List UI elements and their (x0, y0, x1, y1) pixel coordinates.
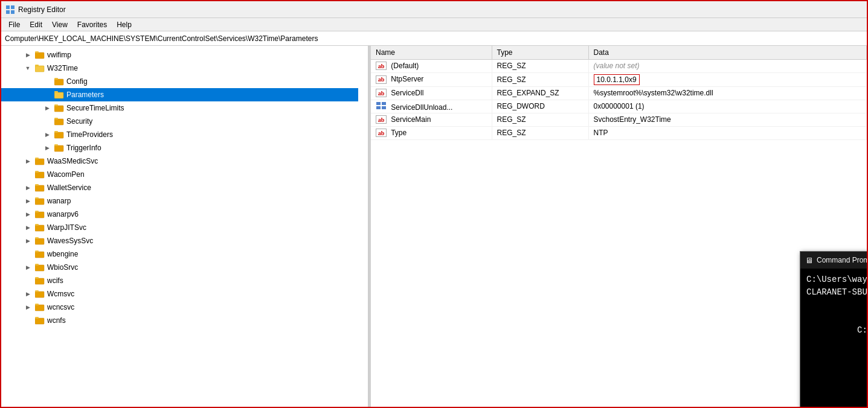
table-row[interactable]: ab (Default) REG_SZ (value not set) (371, 59, 867, 72)
expander-WarpJITSvc[interactable]: ▶ (23, 223, 33, 232)
tree-item-WavesSysSvc[interactable]: ▶ WavesSysSvc (1, 234, 358, 247)
menu-view[interactable]: View (47, 19, 72, 30)
svg-rect-60 (35, 290, 39, 292)
svg-rect-24 (54, 131, 58, 133)
table-row[interactable]: ab ServiceDll REG_EXPAND_SZ %systemroot%… (371, 86, 867, 100)
tree-item-Config[interactable]: ▶ Config (1, 75, 358, 88)
expander-WbioSrvc[interactable]: ▶ (23, 263, 33, 272)
tree-item-Wcmsvc[interactable]: ▶ Wcmsvc (1, 287, 358, 301)
folder-icon-WavesSysSvc (35, 237, 45, 245)
menu-favorites[interactable]: Favorites (72, 19, 112, 30)
cell-data: %systemroot%\system32\w32time.dll (588, 86, 867, 100)
registry-editor-icon (6, 5, 14, 14)
svg-rect-15 (54, 91, 58, 93)
tree-item-WacomPen[interactable]: ▶ WacomPen (1, 168, 358, 181)
tree-item-TimeProviders[interactable]: ▶ TimeProviders (1, 128, 358, 141)
label-Parameters: Parameters (66, 91, 104, 99)
title-bar: Registry Editor (1, 1, 867, 18)
svg-rect-21 (54, 118, 58, 120)
svg-rect-65 (35, 318, 44, 324)
folder-icon-TimeProviders (54, 130, 64, 139)
tree-item-wcifs[interactable]: ▶ wcifs (1, 274, 358, 287)
tree-item-SecureTimeLimits[interactable]: ▶ SecureTimeLimits (1, 101, 358, 115)
menu-help[interactable]: Help (112, 19, 137, 30)
col-header-data: Data (588, 46, 867, 59)
tree-item-WaaSMedicSvc[interactable]: ▶ WaaSMedicSvc (1, 155, 358, 168)
title-text: Registry Editor (18, 5, 66, 14)
reg-ab-icon: ab (376, 62, 387, 70)
tree-item-vwifimp[interactable]: ▶ vwifimp (1, 48, 358, 62)
table-row[interactable]: ab Type REG_SZ NTP (371, 126, 867, 139)
reg-ab-icon: ab (376, 129, 387, 137)
svg-rect-11 (54, 79, 63, 85)
cell-type: REG_SZ (492, 59, 588, 72)
label-W32Time: W32Time (47, 64, 78, 72)
expander-W32Time[interactable]: ▼ (23, 63, 33, 73)
svg-rect-23 (54, 132, 63, 138)
expander-wcncsvc[interactable]: ▶ (23, 302, 33, 312)
cell-data: SvchostEntry_W32Time (588, 113, 867, 126)
svg-rect-27 (54, 144, 58, 146)
folder-icon-wanarp (35, 197, 45, 205)
tree-item-wcncsvc[interactable]: ▶ wcncsvc (1, 301, 358, 314)
svg-rect-29 (35, 159, 44, 165)
cmd-body: C:\Users\wayne>hostname CLARANET-SBU-WM … (800, 269, 867, 408)
svg-rect-59 (35, 292, 44, 298)
expander-TimeProviders[interactable]: ▶ (42, 130, 52, 139)
folder-icon-WaaSMedicSvc (35, 157, 45, 165)
value-name: ServiceMain (391, 115, 431, 124)
table-row[interactable]: ab ServiceMain REG_SZ SvchostEntry_W32Ti… (371, 113, 867, 126)
tree-item-Security[interactable]: ▶ Security (1, 115, 358, 128)
tree-pane[interactable]: ▶ vwifimp ▼ (1, 46, 368, 408)
folder-icon-wanarpv6 (35, 210, 45, 218)
label-SecureTimeLimits: SecureTimeLimits (66, 104, 124, 112)
address-bar: Computer\HKEY_LOCAL_MACHINE\SYSTEM\Curre… (1, 31, 867, 46)
tree-item-WbioSrvc[interactable]: ▶ WbioSrvc (1, 261, 358, 274)
expander-SecureTimeLimits[interactable]: ▶ (42, 103, 52, 113)
expander-wanarp[interactable]: ▶ (23, 196, 33, 206)
tree-items: ▶ vwifimp ▼ (1, 46, 358, 330)
expander-WavesSysSvc[interactable]: ▶ (23, 236, 33, 246)
value-name: ServiceDll (391, 89, 423, 97)
tree-item-WarpJITSvc[interactable]: ▶ WarpJITSvc (1, 221, 358, 234)
svg-rect-70 (376, 106, 381, 109)
folder-icon-wcncsvc (35, 303, 45, 311)
cmd-line-4: C:\Users\wayne> (806, 311, 867, 349)
svg-rect-6 (35, 51, 39, 53)
folder-icon-WalletService (35, 183, 45, 192)
tree-item-wcnfs[interactable]: ▶ wcnfs (1, 314, 358, 327)
tree-item-wanarp[interactable]: ▶ wanarp (1, 194, 358, 208)
label-Config: Config (66, 77, 88, 86)
svg-rect-53 (35, 265, 44, 271)
tree-item-WalletService[interactable]: ▶ WalletService (1, 181, 358, 194)
expander-wanarpv6[interactable]: ▶ (23, 209, 33, 219)
cell-type: REG_SZ (492, 113, 588, 126)
label-WacomPen: WacomPen (47, 170, 85, 179)
label-WbioSrvc: WbioSrvc (47, 263, 78, 272)
tree-item-wbengine[interactable]: ▶ wbengine (1, 247, 358, 261)
tree-item-wanarpv6[interactable]: ▶ wanarpv6 (1, 208, 358, 221)
tree-item-TriggerInfo[interactable]: ▶ TriggerInfo (1, 141, 358, 155)
menu-edit[interactable]: Edit (25, 19, 47, 30)
svg-rect-1 (11, 5, 14, 9)
svg-rect-57 (35, 277, 39, 279)
cell-name: ab ServiceDll (371, 86, 492, 100)
col-header-type: Type (492, 46, 588, 59)
svg-rect-68 (376, 102, 381, 105)
menu-file[interactable]: File (4, 19, 25, 30)
cmd-title-bar: 🖥 Command Prompt − □ (800, 252, 867, 269)
expander-vwifimp[interactable]: ▶ (23, 50, 33, 60)
svg-rect-42 (35, 211, 39, 212)
tree-item-W32Time[interactable]: ▼ W32Time (1, 62, 358, 75)
cmd-icon: 🖥 (805, 256, 813, 265)
cmd-title-left: 🖥 Command Prompt (805, 256, 867, 265)
table-row[interactable]: ab NtpServer REG_SZ 10.0.1.1,0x9 (371, 72, 867, 86)
svg-rect-26 (54, 145, 63, 151)
label-WavesSysSvc: WavesSysSvc (47, 237, 93, 245)
expander-WalletService[interactable]: ▶ (23, 183, 33, 193)
expander-WaaSMedicSvc[interactable]: ▶ (23, 156, 33, 166)
expander-Wcmsvc[interactable]: ▶ (23, 289, 33, 299)
table-row[interactable]: ServiceDllUnload... REG_DWORD 0x00000001… (371, 100, 867, 113)
tree-item-Parameters[interactable]: ▶ Parameters (1, 88, 358, 101)
expander-TriggerInfo[interactable]: ▶ (42, 143, 52, 153)
